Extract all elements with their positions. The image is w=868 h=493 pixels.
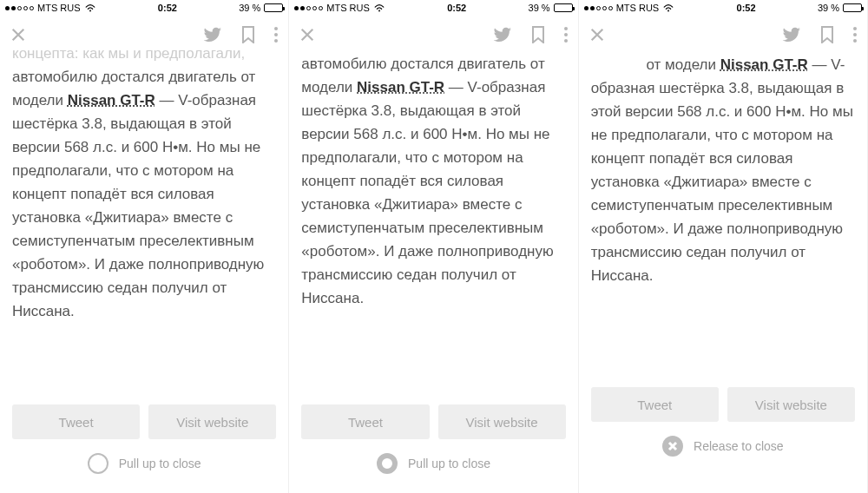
- chevron-ring-icon: [88, 453, 108, 474]
- status-bar: MTS RUS 0:52 39 %: [0, 0, 288, 16]
- wifi-icon: [662, 3, 674, 14]
- signal-dots-icon: [584, 6, 613, 10]
- visit-website-button[interactable]: Visit website: [727, 387, 855, 422]
- visit-website-button[interactable]: Visit website: [438, 404, 566, 439]
- article-text-post: — V-образная шестёрка 3.8, выдающая в эт…: [591, 56, 853, 284]
- article-link[interactable]: Nissan GT-R: [720, 56, 808, 73]
- screen-state-pulling: MTS RUS 0:52 39 % автомобилю достался дв…: [289, 0, 578, 493]
- pull-hint[interactable]: Pull up to close: [289, 439, 577, 488]
- tweet-button[interactable]: Tweet: [301, 404, 429, 439]
- wifi-icon: [373, 3, 385, 14]
- carrier-label: MTS RUS: [37, 3, 81, 13]
- signal-dots-icon: [294, 6, 323, 10]
- twitter-icon[interactable]: [493, 25, 512, 44]
- clock-label: 0:52: [447, 3, 466, 13]
- clock-label: 0:52: [158, 3, 177, 13]
- close-circle-icon: [662, 436, 683, 457]
- battery-icon: [554, 3, 573, 12]
- action-row: Tweet Visit website: [289, 404, 577, 439]
- carrier-label: MTS RUS: [326, 3, 370, 13]
- close-icon[interactable]: [299, 27, 315, 43]
- toolbar: [289, 16, 577, 54]
- progress-ring-icon: [377, 453, 398, 474]
- tweet-button[interactable]: Tweet: [591, 387, 719, 422]
- pull-label: Pull up to close: [119, 457, 201, 470]
- more-icon[interactable]: [564, 27, 568, 43]
- article-link[interactable]: Nissan GT-R: [357, 79, 444, 95]
- svg-point-2: [667, 10, 669, 11]
- clock-label: 0:52: [737, 3, 756, 13]
- carrier-label: MTS RUS: [616, 3, 660, 13]
- screen-state-release: MTS RUS 0:52 39 % автомобилю достался дв…: [579, 0, 868, 493]
- battery-pct-label: 39 %: [529, 3, 550, 13]
- battery-icon: [264, 3, 283, 12]
- tweet-button[interactable]: Tweet: [12, 404, 140, 439]
- bookmark-icon[interactable]: [531, 26, 545, 43]
- action-row: Tweet Visit website: [579, 387, 867, 422]
- wifi-icon: [84, 3, 96, 14]
- visit-website-button[interactable]: Visit website: [148, 404, 276, 439]
- pull-label: Release to close: [694, 439, 784, 453]
- article-body[interactable]: концепта: как мы и предполагали, автомоб…: [0, 42, 288, 394]
- pull-hint[interactable]: Release to close: [579, 422, 867, 470]
- article-link[interactable]: Nissan GT-R: [68, 92, 155, 108]
- status-bar: MTS RUS 0:52 39 %: [289, 0, 577, 16]
- pull-label: Pull up to close: [408, 457, 490, 470]
- article-text-post: — V-образная шестёрка 3.8, выдающая в эт…: [301, 79, 553, 306]
- status-bar: MTS RUS 0:52 39 %: [579, 0, 867, 16]
- article-text-post: — V-образная шестёрка 3.8, выдающая в эт…: [12, 92, 264, 319]
- svg-point-1: [378, 10, 380, 11]
- battery-pct-label: 39 %: [818, 3, 839, 13]
- battery-icon: [843, 3, 862, 12]
- bookmark-icon[interactable]: [241, 26, 255, 43]
- more-icon[interactable]: [274, 27, 278, 43]
- svg-point-0: [89, 10, 91, 11]
- close-icon[interactable]: [10, 27, 26, 43]
- article-body[interactable]: автомобилю достался двигатель от модели …: [289, 52, 577, 394]
- pull-hint[interactable]: Pull up to close: [0, 439, 288, 488]
- article-line-a: концепта: как мы и предполагали,: [12, 45, 245, 62]
- signal-dots-icon: [5, 6, 34, 10]
- action-row: Tweet Visit website: [0, 404, 288, 439]
- battery-pct-label: 39 %: [239, 3, 260, 13]
- screen-state-initial: MTS RUS 0:52 39 % концепта: как мы и пре…: [0, 0, 289, 493]
- article-body[interactable]: автомобилю достался двигатель от модели …: [579, 30, 867, 377]
